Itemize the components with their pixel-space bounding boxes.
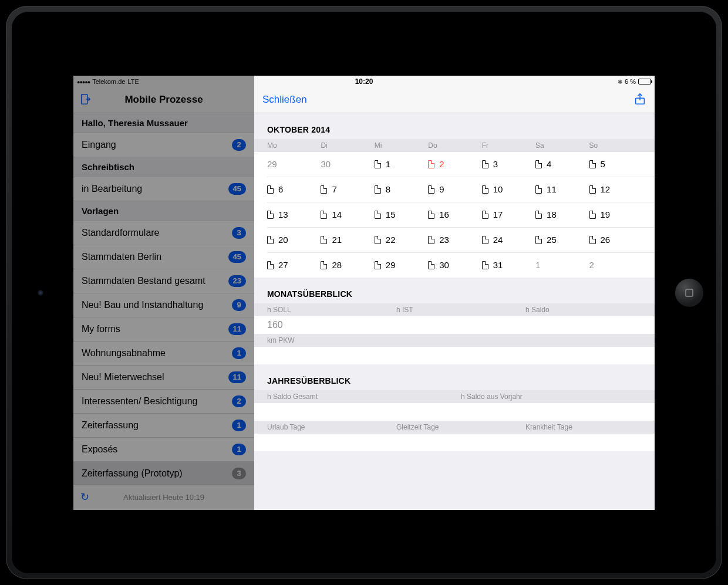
bluetooth-icon — [618, 78, 622, 85]
close-button[interactable]: Schließen — [262, 94, 307, 106]
weekday-header: MoDiMiDoFrSaSo — [254, 139, 655, 152]
sidebar-item[interactable]: Stammdaten Bestand gesamt23 — [73, 269, 254, 293]
sidebar-item[interactable]: Stammdaten Berlin45 — [73, 245, 254, 269]
sidebar-item[interactable]: in Bearbeitung45 — [73, 177, 254, 201]
sidebar-item[interactable]: Exposés1 — [73, 438, 254, 462]
sidebar-item-label: Neu! Mieterwechsel — [82, 372, 164, 383]
info-label: Urlaub Tage — [267, 423, 396, 431]
calendar-day[interactable]: 2 — [428, 152, 481, 177]
calendar-day[interactable]: 25 — [535, 228, 589, 252]
calendar-day[interactable]: 20 — [267, 228, 321, 252]
screen: ●●●●● Telekom.de LTE 10:20 6 % — [73, 76, 655, 510]
sidebar-item-badge: 45 — [228, 183, 246, 195]
calendar-day[interactable]: 5 — [589, 152, 643, 177]
sidebar-item[interactable]: Zeiterfassung (Prototyp)3 — [73, 462, 254, 484]
calendar-day-number: 24 — [493, 235, 503, 245]
refresh-icon[interactable]: ↻ — [80, 491, 89, 503]
calendar-day-number: 6 — [278, 184, 283, 194]
calendar-day[interactable]: 31 — [482, 253, 535, 278]
info-label: h Saldo — [525, 306, 655, 314]
calendar-day-number: 10 — [493, 184, 503, 194]
calendar-day-number: 16 — [439, 209, 449, 219]
calendar-day[interactable]: 14 — [321, 202, 374, 227]
sidebar-item[interactable]: Zeiterfassung1 — [73, 414, 254, 438]
km-row: km PKW — [254, 334, 655, 347]
calendar-day-number: 20 — [278, 235, 288, 245]
calendar-day-number: 2 — [439, 159, 444, 169]
calendar-day[interactable]: 8 — [375, 177, 428, 202]
calendar-day[interactable]: 30 — [428, 253, 481, 278]
status-time: 10:20 — [355, 77, 373, 86]
calendar-day[interactable]: 9 — [428, 177, 481, 202]
calendar-day[interactable]: 13 — [267, 202, 321, 227]
calendar-day[interactable]: 24 — [482, 228, 535, 252]
sidebar-item-label: My forms — [82, 324, 120, 334]
calendar-day[interactable]: 4 — [535, 152, 589, 177]
document-icon — [267, 261, 274, 269]
sidebar-item[interactable]: Wohnungsabnahme1 — [73, 341, 254, 366]
calendar-day[interactable]: 28 — [321, 253, 374, 278]
calendar-day[interactable]: 16 — [428, 202, 481, 227]
calendar-day[interactable]: 29 — [375, 253, 428, 278]
sidebar: Mobile Prozesse Hallo, Theresia Mussauer… — [73, 87, 254, 510]
calendar-day[interactable]: 7 — [321, 177, 374, 202]
document-icon — [482, 261, 488, 269]
calendar-day-number: 7 — [332, 184, 336, 194]
sidebar-item-badge: 3 — [232, 468, 246, 479]
sidebar-item[interactable]: Standardformulare3 — [73, 221, 254, 245]
calendar-day[interactable]: 3 — [482, 152, 535, 177]
info-label: h Saldo Gesamt — [267, 393, 461, 401]
sidebar-item-label: Neu! Bau und Instandhaltung — [82, 300, 203, 310]
document-icon — [375, 261, 381, 269]
sidebar-item-label: Interessenten/ Besichtigung — [82, 396, 197, 407]
calendar-day[interactable]: 6 — [267, 177, 321, 202]
calendar-day[interactable]: 15 — [375, 202, 428, 227]
calendar-day-number: 15 — [386, 209, 396, 219]
sidebar-nav: Mobile Prozesse — [73, 87, 254, 113]
calendar-day[interactable]: 23 — [428, 228, 481, 252]
sidebar-item[interactable]: Neu! Mieterwechsel11 — [73, 366, 254, 390]
share-icon[interactable] — [633, 93, 646, 107]
sidebar-item[interactable]: Interessenten/ Besichtigung2 — [73, 390, 254, 414]
calendar-day[interactable]: 19 — [589, 202, 643, 227]
main-scroll[interactable]: OKTOBER 2014 MoDiMiDoFrSaSo 293012345678… — [254, 113, 655, 510]
calendar-day[interactable]: 27 — [267, 253, 321, 278]
sidebar-item[interactable]: Neu! Bau und Instandhaltung9 — [73, 293, 254, 317]
document-icon — [267, 236, 274, 244]
info-label: Krankheit Tage — [525, 423, 655, 431]
calendar-row: 293012345 — [267, 152, 655, 177]
calendar-day-number: 13 — [278, 209, 288, 219]
weekday-label: Sa — [535, 141, 589, 150]
calendar-day-number: 28 — [332, 260, 342, 270]
carrier-label: Telekom.de — [92, 78, 125, 85]
calendar-day[interactable]: 10 — [482, 177, 535, 202]
sidebar-title: Mobile Prozesse — [124, 94, 203, 106]
calendar-day[interactable]: 17 — [482, 202, 535, 227]
document-icon — [535, 160, 542, 168]
calendar-day[interactable]: 11 — [535, 177, 589, 202]
sidebar-item-badge: 1 — [232, 347, 246, 359]
calendar-day-number: 23 — [439, 235, 449, 245]
sidebar-list[interactable]: Hallo, Theresia MussauerEingang2Schreibt… — [73, 113, 254, 484]
home-button[interactable] — [675, 279, 703, 307]
sidebar-item-label: Exposés — [82, 444, 117, 455]
calendar-day[interactable]: 18 — [535, 202, 589, 227]
calendar-day-number: 29 — [267, 159, 277, 169]
document-icon — [321, 261, 327, 269]
calendar-day[interactable]: 21 — [321, 228, 374, 252]
calendar-day[interactable]: 26 — [589, 228, 643, 252]
calendar-day[interactable]: 1 — [375, 152, 428, 177]
calendar-day[interactable]: 12 — [589, 177, 643, 202]
calendar-day-number: 25 — [547, 235, 557, 245]
calendar-day[interactable]: 22 — [375, 228, 428, 252]
sidebar-item-badge: 9 — [232, 299, 246, 311]
calendar-day-number: 29 — [386, 260, 396, 270]
camera-icon — [38, 290, 43, 296]
logout-icon[interactable] — [79, 93, 92, 107]
sidebar-item-label: Stammdaten Berlin — [82, 252, 161, 262]
calendar-day-number: 30 — [439, 260, 449, 270]
calendar-day-number: 18 — [547, 209, 557, 219]
sidebar-item[interactable]: Eingang2 — [73, 133, 254, 157]
sidebar-item[interactable]: My forms11 — [73, 317, 254, 341]
sidebar-item-badge: 3 — [232, 227, 246, 239]
